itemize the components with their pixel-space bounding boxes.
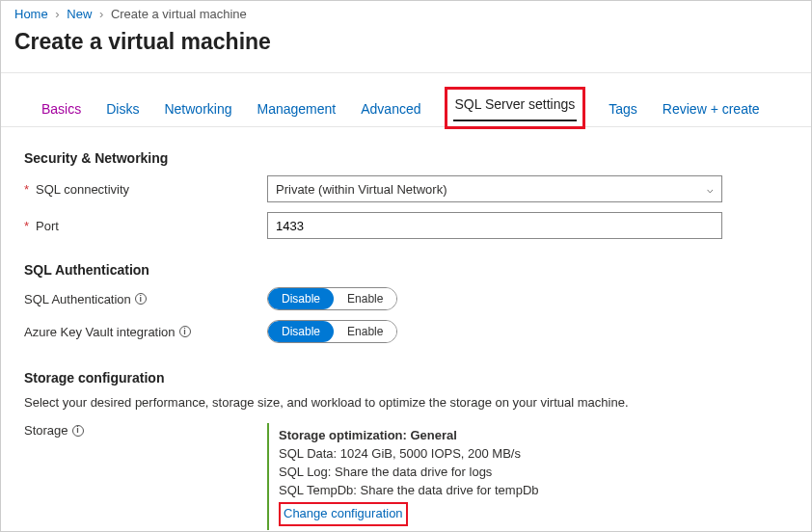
storage-data-line: SQL Data: 1024 GiB, 5000 IOPS, 200 MB/s — [279, 445, 722, 464]
label-akv: Azure Key Vault integration i — [24, 325, 267, 339]
breadcrumb-new[interactable]: New — [67, 7, 92, 21]
section-sql-authentication: SQL Authentication — [24, 262, 788, 278]
breadcrumb-home[interactable]: Home — [14, 7, 48, 21]
label-sql-connectivity: * SQL connectivity — [24, 182, 267, 197]
storage-description: Select your desired performance, storage… — [24, 395, 788, 410]
label-text: Azure Key Vault integration — [24, 325, 176, 339]
label-text: Port — [36, 219, 59, 233]
required-icon: * — [24, 182, 29, 197]
tab-management[interactable]: Management — [256, 97, 338, 126]
label-storage: Storage i — [24, 423, 267, 438]
tab-sql-settings-highlight: SQL Server settings — [445, 87, 586, 129]
storage-summary-block: Storage optimization: General SQL Data: … — [267, 423, 722, 530]
label-sql-auth: SQL Authentication i — [24, 292, 267, 306]
row-port: * Port — [24, 212, 788, 239]
section-security-networking: Security & Networking — [24, 150, 788, 166]
info-icon[interactable]: i — [179, 326, 191, 337]
row-akv: Azure Key Vault integration i Disable En… — [24, 320, 788, 343]
tab-networking[interactable]: Networking — [162, 97, 233, 126]
tab-advanced[interactable]: Advanced — [359, 97, 422, 126]
tab-tags[interactable]: Tags — [607, 97, 639, 126]
breadcrumb-current: Create a virtual machine — [111, 7, 247, 21]
row-sql-auth: SQL Authentication i Disable Enable — [24, 287, 788, 310]
row-sql-connectivity: * SQL connectivity Private (within Virtu… — [24, 175, 788, 202]
chevron-right-icon: › — [55, 7, 59, 21]
required-icon: * — [24, 219, 29, 233]
tab-review-create[interactable]: Review + create — [661, 97, 762, 126]
tab-disks[interactable]: Disks — [104, 97, 141, 126]
tab-sql-server-settings[interactable]: SQL Server settings — [453, 93, 578, 121]
sql-auth-toggle[interactable]: Disable Enable — [267, 287, 397, 310]
label-port: * Port — [24, 219, 267, 233]
toggle-disable[interactable]: Disable — [268, 321, 334, 342]
port-input[interactable] — [267, 212, 722, 239]
info-icon[interactable]: i — [135, 293, 147, 305]
akv-toggle[interactable]: Disable Enable — [267, 320, 397, 343]
row-storage: Storage i Storage optimization: General … — [24, 423, 788, 530]
storage-log-line: SQL Log: Share the data drive for logs — [279, 464, 722, 482]
storage-tempdb-line: SQL TempDb: Share the data drive for tem… — [279, 482, 722, 500]
chevron-right-icon: › — [99, 7, 103, 21]
toggle-disable[interactable]: Disable — [268, 288, 334, 309]
label-text: SQL connectivity — [36, 182, 129, 197]
content-area: Security & Networking * SQL connectivity… — [1, 127, 811, 532]
chevron-down-icon: ⌵ — [707, 183, 714, 196]
tab-basics[interactable]: Basics — [40, 97, 83, 126]
tabs-bar: Basics Disks Networking Management Advan… — [1, 73, 811, 127]
storage-optimization-heading: Storage optimization: General — [279, 427, 722, 445]
breadcrumb: Home › New › Create a virtual machine — [1, 1, 811, 25]
page-title: Create a virtual machine — [1, 25, 811, 72]
select-value: Private (within Virtual Network) — [276, 182, 447, 197]
label-text: SQL Authentication — [24, 292, 131, 306]
toggle-enable[interactable]: Enable — [334, 288, 396, 309]
toggle-enable[interactable]: Enable — [334, 321, 396, 342]
sql-connectivity-select[interactable]: Private (within Virtual Network) ⌵ — [267, 175, 722, 202]
info-icon[interactable]: i — [72, 425, 84, 437]
change-configuration-link[interactable]: Change configuration — [279, 502, 408, 526]
label-text: Storage — [24, 423, 68, 438]
section-storage-configuration: Storage configuration — [24, 370, 788, 386]
